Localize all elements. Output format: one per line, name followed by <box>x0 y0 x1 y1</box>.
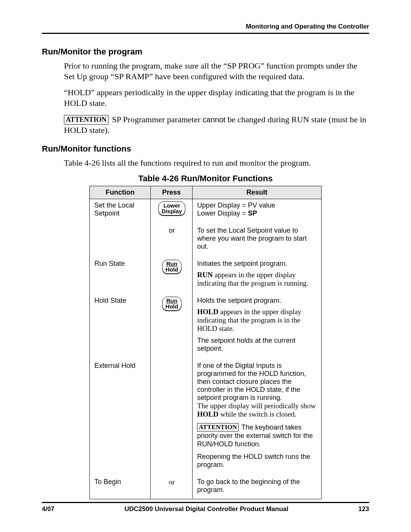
text: Upper Display = PV value <box>197 201 317 209</box>
cell-function: Set the Local Setpoint <box>90 199 151 220</box>
cell-function: Hold State <box>90 294 151 355</box>
text: Lower Display = <box>197 209 248 217</box>
attention-line: ATTENTION The keyboard takes priority ov… <box>197 423 317 448</box>
cell-press: Lower Display <box>151 199 193 220</box>
text: SP Programmer parameter <box>112 115 202 124</box>
table-caption: Table 4-26 Run/Monitor Functions <box>42 174 369 184</box>
th-result: Result <box>193 186 322 199</box>
attention-badge: ATTENTION <box>64 115 108 125</box>
cell-press: Run Hold <box>151 257 193 290</box>
cell-function: Run State <box>90 257 151 290</box>
text-em: cannot <box>202 115 225 124</box>
cell-result: Upper Display = PV value Lower Display =… <box>193 199 322 220</box>
th-function: Function <box>90 186 151 199</box>
page-footer: 4/07 UDC2500 Universal Digital Controlle… <box>42 502 369 513</box>
cell-result: Holds the setpoint program. HOLD appears… <box>193 294 322 355</box>
text: while the switch is closed. <box>218 410 296 418</box>
attention-badge: ATTENTION <box>197 423 239 431</box>
para: Table 4-26 lists all the functions requi… <box>64 158 369 168</box>
keycap-lower-display: Lower Display <box>158 201 185 216</box>
text: If one of the Digital Inputs is programm… <box>197 362 317 402</box>
running-header: Monitoring and Operating the Controller <box>42 23 369 30</box>
key-line: Run <box>166 298 178 304</box>
footer-page: 123 <box>358 505 369 513</box>
cell-result: Initiates the setpoint program. RUN appe… <box>193 257 322 290</box>
text: Lower Display = SP <box>197 209 317 217</box>
text: The setpoint holds at the current setpoi… <box>197 337 317 353</box>
th-press: Press <box>151 186 193 199</box>
text: Holds the setpoint program. <box>197 297 317 305</box>
text-bold: HOLD <box>197 308 218 316</box>
text-bold: RUN <box>197 271 213 279</box>
page: Monitoring and Operating the Controller … <box>0 0 411 514</box>
attention-para: ATTENTION SP Programmer parameter cannot… <box>64 114 369 136</box>
keycap-run-hold: Run Hold <box>162 297 182 311</box>
section2-title: Run/Monitor functions <box>42 144 369 154</box>
or-text: or <box>169 478 175 486</box>
cell-result: To go back to the beginning of the progr… <box>193 476 322 499</box>
footer-title: UDC2500 Universal Digital Controller Pro… <box>124 505 288 513</box>
cell-press: or <box>151 224 193 253</box>
header-rule <box>42 33 369 34</box>
or-text: or <box>169 227 175 234</box>
footer-date: 4/07 <box>42 505 54 513</box>
text: RUN appears in the upper display indicat… <box>197 271 317 288</box>
cell-result: To set the Local Setpoint value to where… <box>193 224 322 253</box>
cell-result: If one of the Digital Inputs is programm… <box>193 359 322 471</box>
text: The upper display will periodically show… <box>197 402 317 419</box>
footer-rule <box>42 502 369 503</box>
cell-function: External Hold <box>90 359 151 471</box>
cell-press <box>151 359 193 471</box>
text: Initiates the setpoint program. <box>197 260 317 268</box>
section2-body: Table 4-26 lists all the functions requi… <box>64 158 369 168</box>
cell-press: or <box>151 476 193 499</box>
key-line: Hold <box>166 304 178 309</box>
cell-function: To Begin <box>90 476 151 499</box>
para: Prior to running the program, make sure … <box>64 61 369 82</box>
key-line: Lower <box>162 203 182 208</box>
key-line: Display <box>162 208 182 214</box>
section1-title: Run/Monitor the program <box>42 47 369 57</box>
para: “HOLD” appears periodically in the upper… <box>64 87 369 109</box>
keycap-run-hold: Run Hold <box>162 260 182 274</box>
key-line: Hold <box>166 267 178 272</box>
text: Reopening the HOLD switch runs the progr… <box>197 453 317 469</box>
table-row: or To set the Local Setpoint value to wh… <box>90 224 322 253</box>
text: appears in the upper display indicating … <box>197 271 308 287</box>
table-row: Set the Local Setpoint Lower Display Upp… <box>90 199 322 220</box>
cell-function <box>90 224 151 253</box>
functions-table: Function Press Result Set the Local Setp… <box>89 186 322 499</box>
table-header-row: Function Press Result <box>90 186 322 199</box>
key-line: Run <box>166 261 178 267</box>
cell-press: Run Hold <box>151 294 193 355</box>
text-bold: HOLD <box>197 410 218 418</box>
text-bold: SP <box>248 209 257 217</box>
table-row: Run State Run Hold Initiates the setpoin… <box>90 257 322 290</box>
table-row: External Hold If one of the Digital Inpu… <box>90 359 322 471</box>
text: The upper display will periodically show <box>197 402 316 410</box>
table-row: To Begin or To go back to the beginning … <box>90 476 322 499</box>
table-row: Hold State Run Hold Holds the setpoint p… <box>90 294 322 355</box>
text: HOLD appears in the upper display indica… <box>197 308 317 333</box>
section1-body: Prior to running the program, make sure … <box>64 61 369 136</box>
